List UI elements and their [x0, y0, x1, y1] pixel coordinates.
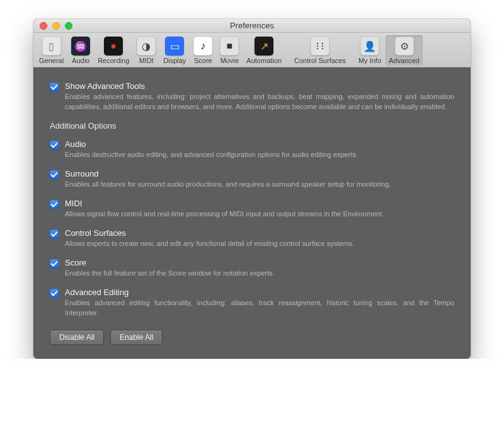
- score-desc: Enables the full feature set of the Scor…: [65, 269, 275, 279]
- toolbar-tab-audio[interactable]: ♒Audio: [68, 35, 93, 66]
- control-surfaces-desc: Allows experts to create new, and edit a…: [65, 239, 354, 249]
- midi-desc: Allows signal flow control and real-time…: [65, 209, 384, 219]
- control-surfaces-icon: ⫶⫶: [311, 37, 329, 55]
- option-row-midi: MIDIAllows signal flow control and real-…: [50, 199, 454, 219]
- surround-title: Surround: [65, 169, 391, 178]
- toolbar-tab-score[interactable]: ♪Score: [190, 35, 215, 66]
- close-icon[interactable]: [40, 22, 47, 30]
- preferences-window: Preferences ▯General♒Audio●Recording◑MID…: [33, 19, 471, 359]
- toolbar-tab-label: Score: [194, 57, 212, 64]
- show-advanced-tools-checkbox[interactable]: [50, 83, 59, 91]
- window-title: Preferences: [230, 21, 274, 30]
- control-surfaces-title: Control Surfaces: [65, 228, 354, 238]
- toolbar-tab-label: Audio: [72, 57, 89, 64]
- toolbar-tab-label: Automation: [246, 57, 282, 64]
- toolbar-tab-midi[interactable]: ◑MIDI: [134, 35, 159, 66]
- advanced-editing-desc: Enables advanced editing functionality, …: [65, 298, 454, 318]
- toolbar-tab-general[interactable]: ▯General: [36, 35, 67, 66]
- option-row-score: ScoreEnables the full feature set of the…: [50, 258, 454, 279]
- preferences-toolbar: ▯General♒Audio●Recording◑MIDI▭Display♪Sc…: [33, 33, 471, 67]
- audio-desc: Enables destructive audio editing, and a…: [65, 150, 358, 160]
- additional-options-heading: Additional Options: [50, 121, 454, 131]
- option-row-advanced-editing: Advanced EditingEnables advanced editing…: [50, 288, 454, 318]
- score-checkbox[interactable]: [50, 259, 59, 268]
- audio-title: Audio: [65, 139, 358, 149]
- advanced-editing-checkbox[interactable]: [50, 289, 59, 298]
- zoom-icon[interactable]: [65, 22, 72, 30]
- score-icon: ♪: [193, 37, 212, 55]
- midi-checkbox[interactable]: [50, 200, 59, 209]
- surround-checkbox[interactable]: [50, 170, 59, 179]
- audio-checkbox[interactable]: [50, 141, 59, 149]
- general-icon: ▯: [42, 37, 61, 55]
- midi-title: MIDI: [65, 199, 384, 208]
- option-row-control-surfaces: Control SurfacesAllows experts to create…: [50, 228, 454, 249]
- toolbar-tab-display[interactable]: ▭Display: [160, 35, 189, 66]
- audio-icon: ♒: [71, 37, 90, 55]
- toolbar-tab-advanced[interactable]: ⚙Advanced: [386, 35, 423, 66]
- automation-icon: ↗: [255, 37, 273, 55]
- show-advanced-tools-desc: Enables advanced features, including: pr…: [65, 92, 454, 112]
- advanced-icon: ⚙: [395, 37, 414, 55]
- toolbar-tab-recording[interactable]: ●Recording: [94, 35, 132, 66]
- movie-icon: ■: [220, 37, 239, 55]
- recording-icon: ●: [104, 37, 123, 55]
- toolbar-tab-label: My Info: [358, 57, 381, 64]
- window-controls: [40, 22, 72, 30]
- disable-all-button[interactable]: Disable All: [50, 330, 104, 345]
- show-advanced-tools-row: Show Advanced Tools Enables advanced fea…: [50, 81, 454, 112]
- show-advanced-tools-title: Show Advanced Tools: [65, 81, 454, 91]
- toolbar-tab-label: Advanced: [389, 57, 420, 64]
- my-info-icon: 👤: [360, 37, 379, 55]
- toolbar-tab-label: General: [39, 57, 64, 64]
- toolbar-tab-label: Display: [163, 57, 186, 64]
- advanced-pane: Show Advanced Tools Enables advanced fea…: [33, 67, 471, 358]
- score-title: Score: [65, 258, 275, 267]
- display-icon: ▭: [165, 37, 184, 55]
- button-row: Disable All Enable All: [50, 330, 454, 345]
- toolbar-tab-control-surfaces[interactable]: ⫶⫶Control Surfaces: [291, 35, 349, 66]
- minimize-icon[interactable]: [52, 22, 60, 30]
- toolbar-tab-movie[interactable]: ■Movie: [217, 35, 242, 66]
- titlebar: Preferences: [33, 19, 471, 33]
- option-row-audio: AudioEnables destructive audio editing, …: [50, 139, 454, 160]
- advanced-editing-title: Advanced Editing: [65, 288, 454, 297]
- toolbar-tab-automation[interactable]: ↗Automation: [243, 35, 285, 66]
- surround-desc: Enables all features for surround audio …: [65, 180, 391, 190]
- toolbar-tab-label: MIDI: [139, 57, 154, 64]
- midi-icon: ◑: [137, 37, 156, 55]
- option-row-surround: SurroundEnables all features for surroun…: [50, 169, 454, 190]
- toolbar-tab-label: Control Surfaces: [294, 57, 346, 64]
- toolbar-tab-label: Recording: [98, 57, 129, 64]
- toolbar-tab-my-info[interactable]: 👤My Info: [355, 35, 384, 66]
- enable-all-button[interactable]: Enable All: [110, 330, 163, 345]
- toolbar-tab-label: Movie: [220, 57, 239, 64]
- control-surfaces-checkbox[interactable]: [50, 230, 59, 238]
